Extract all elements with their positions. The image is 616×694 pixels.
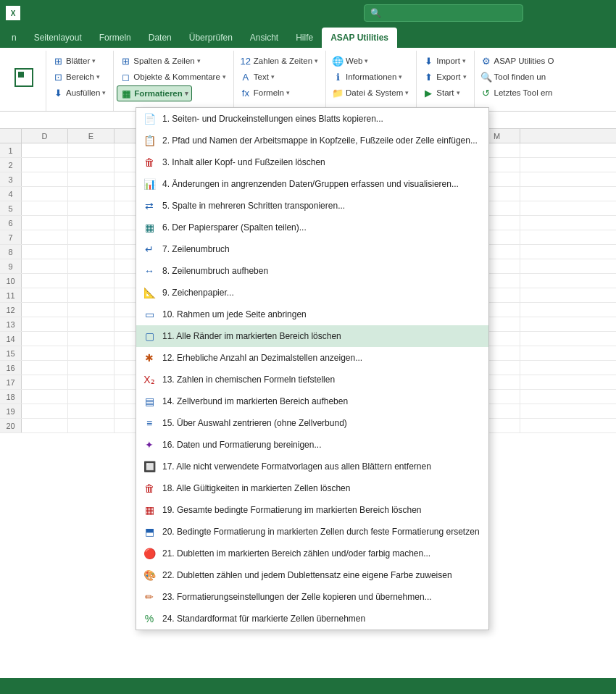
menu-item[interactable]: ▤14. Zellverbund im markierten Bereich a… bbox=[136, 390, 488, 412]
grid-cell[interactable] bbox=[22, 375, 68, 389]
btn-auswaehlen[interactable] bbox=[7, 52, 41, 104]
search-box[interactable]: 🔍 bbox=[364, 4, 523, 22]
grid-cell[interactable] bbox=[22, 317, 68, 331]
btn-formeln-label: Formeln bbox=[254, 88, 284, 97]
grid-cell[interactable] bbox=[22, 332, 68, 346]
btn-informationen[interactable]: ℹ Informationen ▾ bbox=[329, 70, 405, 84]
menu-item[interactable]: ▦19. Gesamte bedingte Formatierung im ma… bbox=[136, 499, 488, 521]
grid-cell[interactable] bbox=[22, 187, 68, 201]
grid-cell[interactable] bbox=[68, 259, 115, 273]
menu-item[interactable]: 🎨22. Dubletten zählen und jedem Dublette… bbox=[136, 564, 488, 586]
col-e: E bbox=[68, 129, 115, 143]
btn-objekte[interactable]: ◻ Objekte & Kommentare ▾ bbox=[117, 70, 229, 84]
grid-cell[interactable] bbox=[68, 404, 115, 418]
asap-icon: ⚙ bbox=[480, 55, 492, 67]
grid-cell[interactable] bbox=[68, 158, 115, 172]
menu-item[interactable]: ≡15. Über Auswahl zentrieren (ohne Zellv… bbox=[136, 412, 488, 434]
menu-item[interactable]: ↵7. Zeilenumbruch bbox=[136, 238, 488, 260]
grid-cell[interactable] bbox=[68, 303, 115, 317]
menu-item[interactable]: 🔲17. Alle nicht verwendete Formatvorlage… bbox=[136, 456, 488, 477]
grid-cell[interactable] bbox=[22, 303, 68, 317]
menu-item[interactable]: ▦6. Der Papiersparer (Spalten teilen)... bbox=[136, 217, 488, 238]
grid-cell[interactable] bbox=[68, 230, 115, 244]
grid-cell[interactable] bbox=[22, 143, 68, 157]
menu-item[interactable]: ▭10. Rahmen um jede Seite anbringen bbox=[136, 304, 488, 325]
menu-item[interactable]: 🗑3. Inhalt aller Kopf- und Fußzeilen lös… bbox=[136, 151, 488, 173]
grid-cell[interactable] bbox=[68, 332, 115, 346]
grid-cell[interactable] bbox=[22, 216, 68, 230]
grid-cell[interactable] bbox=[22, 274, 68, 288]
btn-text[interactable]: A Text ▾ bbox=[237, 70, 278, 84]
grid-cell[interactable] bbox=[68, 245, 115, 259]
menu-item[interactable]: ↔8. Zeilenumbruch aufheben bbox=[136, 260, 488, 282]
grid-cell[interactable] bbox=[68, 288, 115, 302]
grid-cell[interactable] bbox=[68, 390, 115, 404]
menu-item[interactable]: ✱12. Erhebliche Anzahl an Dezimalstellen… bbox=[136, 347, 488, 369]
status-bar bbox=[0, 678, 616, 694]
btn-zahlen-zeiten[interactable]: 12 Zahlen & Zeiten ▾ bbox=[237, 54, 321, 68]
grid-cell[interactable] bbox=[68, 317, 115, 331]
ribbon-group-import: ⬇ Import ▾ ⬆ Export ▾ ▶ Start ▾ bbox=[417, 51, 474, 111]
grid-cell[interactable] bbox=[68, 172, 115, 186]
btn-export[interactable]: ⬆ Export ▾ bbox=[420, 70, 469, 84]
btn-start[interactable]: ▶ Start ▾ bbox=[420, 85, 462, 100]
tab-ueberpruefen[interactable]: Überprüfen bbox=[180, 28, 241, 48]
grid-cell[interactable] bbox=[68, 346, 115, 360]
objekte-arrow: ▾ bbox=[222, 73, 226, 80]
grid-cell[interactable] bbox=[22, 419, 68, 432]
tab-ansicht[interactable]: Ansicht bbox=[241, 28, 287, 48]
menu-item[interactable]: 📋2. Pfad und Namen der Arbeitsmappe in K… bbox=[136, 130, 488, 151]
grid-cell[interactable] bbox=[22, 346, 68, 360]
grid-cell[interactable] bbox=[68, 201, 115, 215]
btn-ausfuellen[interactable]: ⬇ Ausfüllen ▾ bbox=[49, 85, 109, 100]
grid-cell[interactable] bbox=[22, 390, 68, 404]
btn-formeln[interactable]: fx Formeln ▾ bbox=[237, 85, 293, 100]
menu-item[interactable]: X₂13. Zahlen in chemischen Formeln tiefs… bbox=[136, 369, 488, 390]
btn-spalten-zeilen[interactable]: ⊞ Spalten & Zeilen ▾ bbox=[117, 54, 203, 68]
btn-bereich[interactable]: ⊡ Bereich ▾ bbox=[49, 70, 103, 84]
grid-cell[interactable] bbox=[68, 216, 115, 230]
btn-formatieren[interactable]: ▦ Formatieren ▾ bbox=[117, 85, 191, 101]
grid-cell[interactable] bbox=[22, 404, 68, 418]
grid-cell[interactable] bbox=[68, 419, 115, 432]
menu-item[interactable]: 🔴21. Dubletten im markierten Bereich zäh… bbox=[136, 543, 488, 564]
btn-web[interactable]: 🌐 Web ▾ bbox=[329, 54, 371, 68]
tab-asap-utilities[interactable]: ASAP Utilities bbox=[322, 28, 397, 48]
btn-letztes-tool[interactable]: ↺ Letztes Tool ern bbox=[478, 85, 556, 100]
grid-cell[interactable] bbox=[22, 245, 68, 259]
menu-item[interactable]: %24. Standardformat für markierte Zellen… bbox=[136, 608, 488, 630]
grid-cell[interactable] bbox=[68, 143, 115, 157]
btn-asap-utilities[interactable]: ⚙ ASAP Utilities O bbox=[478, 54, 557, 68]
tab-n[interactable]: n bbox=[3, 28, 25, 48]
menu-item[interactable]: ⬒20. Bedingte Formatierung in markierten… bbox=[136, 521, 488, 543]
grid-cell[interactable] bbox=[22, 172, 68, 186]
grid-cell[interactable] bbox=[22, 259, 68, 273]
menu-item-icon: 🔴 bbox=[142, 546, 157, 561]
tab-seitenlayout[interactable]: Seitenlayout bbox=[25, 28, 91, 48]
tab-formeln[interactable]: Formeln bbox=[91, 28, 140, 48]
menu-item[interactable]: ✦16. Daten und Formatierung bereinigen..… bbox=[136, 434, 488, 456]
menu-item[interactable]: 🗑18. Alle Gültigkeiten in markierten Zel… bbox=[136, 477, 488, 499]
menu-item[interactable]: 📄1. Seiten- und Druckeinstellungen eines… bbox=[136, 108, 488, 130]
grid-cell[interactable] bbox=[22, 361, 68, 375]
grid-cell[interactable] bbox=[22, 201, 68, 215]
grid-cell[interactable] bbox=[68, 187, 115, 201]
grid-cell[interactable] bbox=[68, 375, 115, 389]
tab-hilfe[interactable]: Hilfe bbox=[287, 28, 322, 48]
menu-item[interactable]: 📐9. Zeichenpapier... bbox=[136, 282, 488, 304]
grid-cell[interactable] bbox=[22, 158, 68, 172]
menu-item[interactable]: 📊4. Änderungen in angrenzenden Daten/Gru… bbox=[136, 173, 488, 195]
grid-cell[interactable] bbox=[22, 230, 68, 244]
btn-tool-finden[interactable]: 🔍 Tool finden un bbox=[478, 70, 549, 84]
btn-datei-system[interactable]: 📁 Datei & System ▾ bbox=[329, 85, 412, 100]
tab-daten[interactable]: Daten bbox=[140, 28, 180, 48]
btn-blaetter[interactable]: ⊞ Blätter ▾ bbox=[49, 54, 99, 68]
grid-cell[interactable] bbox=[68, 361, 115, 375]
grid-cell[interactable] bbox=[22, 288, 68, 302]
grid-cell[interactable] bbox=[68, 274, 115, 288]
btn-import[interactable]: ⬇ Import ▾ bbox=[420, 54, 469, 68]
row-num-cell: 8 bbox=[0, 245, 22, 259]
menu-item[interactable]: ⇄5. Spalte in mehreren Schritten transpo… bbox=[136, 195, 488, 217]
menu-item[interactable]: ▢11. Alle Ränder im markierten Bereich l… bbox=[136, 325, 488, 347]
menu-item[interactable]: ✏23. Formatierungseinstellungen der Zell… bbox=[136, 586, 488, 608]
